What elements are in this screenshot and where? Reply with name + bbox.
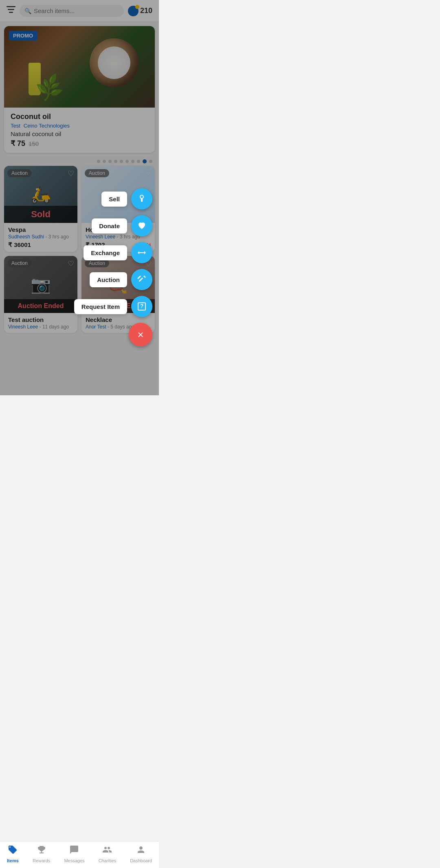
fab-btn-request[interactable]: ? [131, 296, 152, 317]
fab-row-auction: Auction [90, 269, 152, 290]
fab-row-exchange: Exchange [84, 242, 152, 263]
fab-btn-sell[interactable] [131, 188, 152, 209]
fab-btn-donate[interactable] [131, 215, 152, 236]
fab-label-donate[interactable]: Donate [92, 218, 127, 234]
fab-label-request[interactable]: Request Item [74, 299, 127, 314]
fab-label-sell[interactable]: Sell [101, 192, 127, 207]
fab-btn-exchange[interactable] [131, 242, 152, 263]
fab-menu: Sell Donate Exchange Auction [74, 188, 152, 346]
fab-row-donate: Donate [92, 215, 152, 236]
fab-label-exchange[interactable]: Exchange [84, 245, 127, 260]
fab-btn-auction[interactable] [131, 269, 152, 290]
svg-text:?: ? [140, 303, 144, 309]
fab-close-button[interactable]: × [129, 323, 152, 346]
fab-label-auction[interactable]: Auction [90, 272, 127, 287]
fab-row-request: Request Item ? [74, 296, 152, 317]
fab-row-sell: Sell [101, 188, 152, 209]
